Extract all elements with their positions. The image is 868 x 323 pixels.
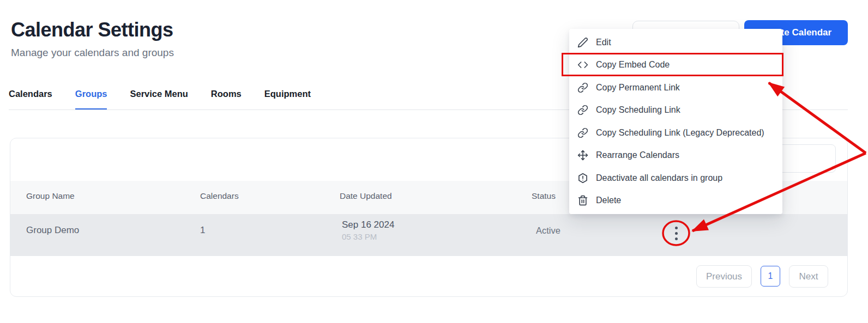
time-value: 05 33 PM [342,232,394,241]
cell-group-name: Group Demo [26,225,79,236]
date-value: Sep 16 2024 [342,220,394,230]
menu-item-copy-permanent-link[interactable]: Copy Permanent Link [569,76,782,99]
move-icon [577,150,588,161]
pagination-page-1-button[interactable]: 1 [761,266,780,287]
tab-service-menu[interactable]: Service Menu [130,89,188,110]
menu-item-delete[interactable]: Delete [569,190,782,212]
tab-equipment[interactable]: Equipment [264,89,311,110]
tab-bar: Calendars Groups Service Menu Rooms Equi… [9,89,311,110]
menu-item-copy-scheduling-link[interactable]: Copy Scheduling Link [569,99,782,121]
pagination-next-button[interactable]: Next [789,265,828,288]
cell-calendars-count: 1 [200,225,205,236]
kebab-menu-icon [675,227,678,229]
row-actions-button[interactable] [666,223,686,243]
column-header-group-name: Group Name [26,191,75,201]
page-title: Calendar Settings [11,19,173,41]
calendar-settings-page: Calendar Settings Manage your calendars … [0,0,868,323]
tab-groups[interactable]: Groups [75,89,107,110]
code-icon [577,59,588,71]
cell-date-updated: Sep 16 2024 05 33 PM [342,220,394,241]
menu-item-deactivate-all-calendars[interactable]: Deactivate all calendars in group [569,167,782,189]
link-icon [577,105,588,116]
alert-hexagon-icon [577,172,588,184]
column-header-status: Status [532,191,556,201]
table-row[interactable] [10,214,847,256]
link-icon [577,82,588,93]
page-subtitle: Manage your calendars and groups [11,47,174,59]
menu-item-copy-embed-code[interactable]: Copy Embed Code [569,54,782,76]
pagination-previous-button[interactable]: Previous [696,265,752,288]
link-icon [577,127,588,138]
trash-icon [577,195,588,206]
cell-status: Active [536,226,560,236]
tab-calendars[interactable]: Calendars [9,89,52,110]
menu-item-copy-scheduling-link-legacy[interactable]: Copy Scheduling Link (Legacy Deprecated) [569,121,782,144]
column-header-calendars: Calendars [200,191,239,201]
tab-rooms[interactable]: Rooms [211,89,242,110]
menu-item-rearrange-calendars[interactable]: Rearrange Calendars [569,144,782,167]
pencil-icon [577,36,588,48]
row-context-menu: Edit Copy Embed Code Copy Permanent Link… [569,29,782,214]
menu-item-edit[interactable]: Edit [569,31,782,53]
column-header-date-updated: Date Updated [340,191,392,201]
